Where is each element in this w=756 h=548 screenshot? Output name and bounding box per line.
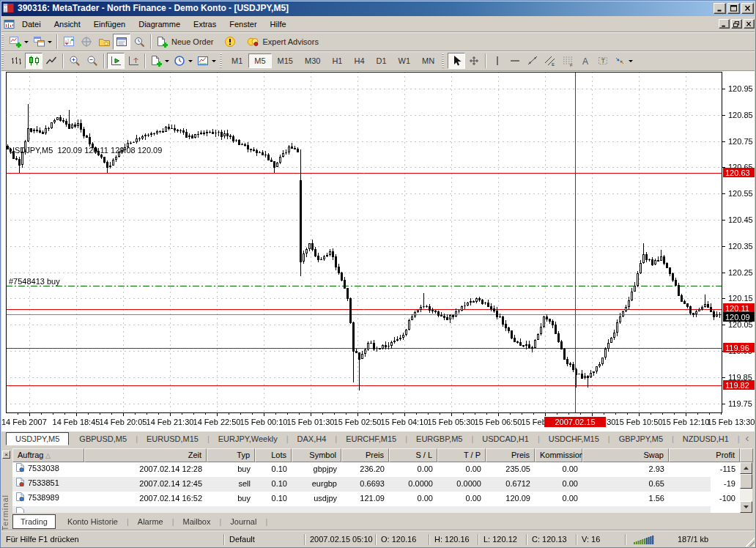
menu-fenster[interactable]: Fenster — [223, 17, 263, 32]
chart-tab-eurjpyweekly[interactable]: EURJPY,Weekly — [211, 433, 285, 445]
chart-tab-eurgbpm5[interactable]: EURGBP,M5 — [409, 433, 470, 445]
menu-einfgen[interactable]: Einfügen — [87, 17, 132, 32]
vertical-line-button[interactable] — [489, 53, 506, 69]
cell-typ: buy — [207, 492, 255, 503]
column-header-sl[interactable]: S / L — [389, 448, 437, 462]
child-close-button[interactable] — [744, 19, 755, 29]
auto-scroll-button[interactable] — [107, 53, 125, 69]
indicators-button[interactable] — [148, 53, 171, 69]
terminal-tab-kontohistorie[interactable]: Konto Historie — [60, 515, 125, 528]
fibonacci-button[interactable]: F — [559, 53, 577, 69]
warning-button[interactable] — [221, 34, 239, 50]
terminal-close-button[interactable]: × — [2, 451, 10, 459]
chart-tab-usdjpym5[interactable]: USDJPY,M5 — [6, 432, 69, 445]
column-header-tp[interactable]: T / P — [437, 448, 486, 462]
timeframe-m5[interactable]: M5 — [248, 53, 271, 68]
zoom-in-button[interactable] — [66, 53, 84, 69]
horizontal-line-button[interactable] — [506, 53, 524, 69]
child-minimize-button[interactable] — [719, 19, 730, 29]
menu-ansicht[interactable]: Ansicht — [48, 17, 87, 32]
timeframe-m1[interactable]: M1 — [226, 53, 248, 68]
column-header-preis[interactable]: Preis — [341, 448, 389, 462]
timeframe-m30[interactable]: M30 — [299, 53, 326, 68]
column-header-profit[interactable]: Profit — [669, 448, 740, 462]
expert-advisors-button[interactable]: Expert Advisors — [245, 34, 320, 50]
cursor-button[interactable] — [448, 53, 465, 69]
market-watch-button[interactable] — [60, 34, 78, 50]
tab-separator: | — [172, 517, 174, 526]
menu-hilfe[interactable]: Hilfe — [264, 17, 293, 32]
menu-datei[interactable]: Datei — [15, 17, 48, 32]
chart-tab-gbpjpym5[interactable]: GBPJPY,M5 — [612, 433, 670, 445]
price-chart-canvas[interactable] — [0, 71, 756, 431]
arrows-button[interactable] — [612, 53, 635, 69]
child-restore-button[interactable] — [731, 19, 742, 29]
chart-panel[interactable]: USDJPY,M5 120.09 120.11 120.08 120.09#75… — [0, 71, 756, 431]
scroll-right-icon[interactable] — [753, 433, 756, 445]
timeframe-m15[interactable]: M15 — [272, 53, 299, 68]
scroll-down-button[interactable] — [740, 501, 752, 513]
scrollbar-thumb[interactable] — [740, 474, 752, 489]
maximize-button[interactable] — [727, 3, 740, 14]
column-header-lots[interactable]: Lots — [255, 448, 292, 462]
column-header-kommission[interactable]: Kommission — [535, 448, 582, 462]
menu-diagramme[interactable]: Diagramme — [132, 17, 187, 32]
templates-button[interactable] — [195, 53, 218, 69]
column-header-symbol[interactable]: Symbol — [292, 448, 341, 462]
timeframe-h1[interactable]: H1 — [326, 53, 348, 68]
terminal-button[interactable] — [113, 34, 130, 50]
price-axis-label: 120.75 — [728, 137, 753, 146]
chart-tab-eurchfm15[interactable]: EURCHF,M15 — [338, 433, 404, 445]
new-order-button[interactable]: Neue Order — [154, 34, 215, 50]
timeframe-h4[interactable]: H4 — [348, 53, 370, 68]
time-axis-label: 14 Feb 21:30 — [147, 418, 194, 426]
close-button[interactable] — [741, 3, 754, 14]
scrollbar-track — [740, 489, 752, 501]
scroll-up-button[interactable] — [740, 462, 752, 474]
periods-button[interactable] — [171, 53, 195, 69]
terminal-tab-alarme[interactable]: Alarme — [130, 515, 171, 528]
trendline-button[interactable] — [524, 53, 541, 69]
tab-separator: | — [471, 434, 473, 443]
chart-tab-usdchfm15[interactable]: USDCHF,M15 — [541, 433, 607, 445]
channel-button[interactable]: E — [541, 53, 559, 69]
text-label-button[interactable]: T — [594, 53, 612, 69]
scroll-left-icon[interactable] — [741, 433, 753, 445]
tab-separator: | — [538, 434, 540, 443]
terminal-scrollbar[interactable] — [740, 448, 753, 513]
chart-tab-nzdusdh1[interactable]: NZDUSD,H1 — [675, 433, 736, 445]
profiles-button[interactable] — [31, 34, 54, 50]
order-row: 75389892007.02.14 16:52buy0.10usdjpy121.… — [12, 492, 711, 506]
column-header-typ[interactable]: Typ — [207, 448, 255, 462]
toolbar-grip — [1, 34, 6, 49]
crosshair-button[interactable] — [465, 53, 483, 69]
chart-tab-usdcadh1[interactable]: USDCAD,H1 — [475, 433, 536, 445]
column-header-zeit[interactable]: Zeit — [84, 448, 207, 462]
terminal-tab-journal[interactable]: Journal — [223, 515, 264, 528]
timeframe-d1[interactable]: D1 — [371, 53, 393, 68]
chart-tab-eurusdm15[interactable]: EURUSD,M15 — [139, 433, 206, 445]
title-bar: 390316: MetaTrader - North Finance - Dem… — [0, 0, 756, 16]
zoom-out-button[interactable] — [84, 53, 101, 69]
chart-tab-daxh4[interactable]: DAX,H4 — [290, 433, 334, 445]
terminal-tab-mailbox[interactable]: Mailbox — [176, 515, 218, 528]
data-window-button[interactable] — [78, 34, 95, 50]
navigator-button[interactable] — [95, 34, 113, 50]
terminal-tab-trading[interactable]: Trading — [12, 514, 56, 529]
timeframe-w1[interactable]: W1 — [393, 53, 417, 68]
chart-candles-button[interactable] — [25, 53, 42, 69]
chart-shift-button[interactable] — [125, 53, 142, 69]
column-header-id[interactable]: Auftrag △ — [12, 448, 84, 462]
text-button[interactable]: A — [577, 53, 594, 69]
chart-bars-button[interactable] — [7, 53, 25, 69]
chart-line-button[interactable] — [42, 53, 60, 69]
new-chart-button[interactable] — [7, 34, 31, 50]
minimize-button[interactable] — [714, 3, 726, 14]
chart-tab-gbpusdm5[interactable]: GBPUSD,M5 — [72, 433, 134, 445]
column-header-swap[interactable]: Swap — [582, 448, 669, 462]
strategy-tester-button[interactable] — [130, 34, 148, 50]
menu-extras[interactable]: Extras — [187, 17, 223, 32]
column-header-preis2[interactable]: Preis — [486, 448, 535, 462]
zoom-in-icon — [69, 55, 81, 67]
timeframe-mn[interactable]: MN — [416, 53, 440, 68]
